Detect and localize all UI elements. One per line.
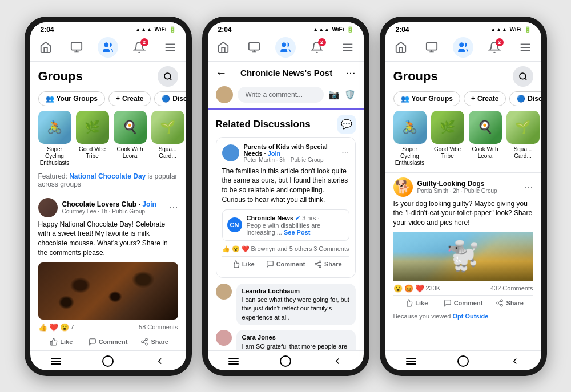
back-chevron-mid[interactable] — [332, 356, 343, 366]
post-more-left[interactable]: ··· — [169, 201, 178, 213]
search-button-left[interactable] — [158, 66, 178, 87]
camera-icon-top[interactable]: 📷 — [328, 89, 340, 100]
reaction-heart: ❤️ — [49, 323, 58, 332]
nav-notifications[interactable]: 2 — [129, 37, 150, 58]
comment-author-2: Cara Jones — [242, 333, 350, 342]
group-photo-cook-left — [114, 111, 147, 144]
post-more-mid[interactable]: ··· — [346, 66, 356, 79]
pill-create-right[interactable]: + Create — [464, 91, 506, 106]
opt-outside-link[interactable]: Opt Outside — [452, 313, 488, 320]
nav-news-right[interactable] — [421, 37, 442, 58]
like-btn-mid[interactable]: Like — [222, 258, 264, 270]
groups-header-right: Groups — [385, 62, 541, 89]
share-btn-left[interactable]: Share — [131, 336, 178, 348]
reactions-left-mid: 👍 😮 ❤️ Brownyn and 5 others — [222, 245, 312, 253]
back-button-mid[interactable]: ← — [216, 66, 227, 79]
group-item-vibe-right[interactable]: Good Vibe Tribe — [431, 111, 464, 167]
comment-btn-left[interactable]: Comment — [85, 336, 131, 348]
shield-icon-top[interactable]: 🛡️ — [344, 89, 356, 100]
svg-line-24 — [317, 265, 319, 266]
pill-your-groups-right[interactable]: 👥 Your Groups — [393, 91, 460, 106]
share-btn-mid[interactable]: Share — [307, 258, 349, 270]
pill-discover-right[interactable]: 🔵 Discover — [509, 91, 541, 106]
home-button-circle[interactable] — [102, 355, 114, 367]
disc-more[interactable]: ··· — [341, 148, 349, 158]
page-title-left: Groups — [38, 69, 83, 84]
filter-pills-right: 👥 Your Groups + Create 🔵 Discover — [385, 89, 541, 111]
svg-line-38 — [498, 304, 501, 305]
pill-discover-left[interactable]: 🔵 Discover — [154, 91, 186, 106]
nav-menu[interactable] — [160, 37, 180, 58]
signal-icon: ▲▲▲ — [135, 26, 152, 33]
nav-menu-mid[interactable] — [337, 37, 358, 58]
group-name-cook-right: Cook With Leora — [469, 146, 502, 160]
nav-home-right[interactable] — [391, 37, 411, 58]
battery-icon-mid: 🔋 — [347, 26, 353, 33]
post-avatar-choc — [38, 198, 58, 217]
post-meta: Chocolate Lovers Club · Join Courtney Le… — [58, 200, 170, 215]
guilty-post-header: Guilty-Looking Dogs Portia Smith · 2h · … — [393, 177, 533, 197]
svg-point-29 — [460, 42, 464, 46]
svg-point-3 — [104, 42, 108, 46]
dog-post-image: 🐩 — [393, 232, 533, 281]
group-item-garden-right[interactable]: Squa... Gard... — [506, 111, 540, 167]
join-link[interactable]: Join — [142, 200, 156, 208]
svg-point-36 — [497, 302, 499, 304]
like-btn-left[interactable]: Like — [38, 336, 85, 348]
groups-header-left: Groups — [30, 62, 186, 89]
svg-line-12 — [143, 342, 146, 343]
home-button-circle-right[interactable] — [457, 355, 469, 367]
group-item-garden-left[interactable]: Squa... Gard... — [151, 111, 184, 167]
group-item-cook-right[interactable]: Cook With Leora — [469, 111, 502, 167]
group-item-cook-left[interactable]: Cook With Leora — [114, 111, 147, 167]
pill-create-left[interactable]: + Create — [108, 91, 151, 106]
share-btn-right[interactable]: Share — [486, 297, 533, 309]
svg-line-8 — [170, 78, 171, 80]
group-photo-cycling-left — [38, 111, 71, 144]
like-btn-right[interactable]: Like — [393, 297, 440, 309]
guilty-post-more[interactable]: ··· — [524, 181, 533, 193]
post-group-name: Chocolate Lovers Club · Join — [62, 200, 170, 208]
nav-news-mid[interactable] — [244, 37, 264, 58]
nav-notif-mid[interactable]: 2 — [307, 37, 327, 58]
search-button-right[interactable] — [513, 66, 533, 87]
post-page-header: ← Chronicle News's Post ··· — [208, 62, 364, 82]
status-icons-mid: ▲▲▲ WiFi 🔋 — [313, 26, 353, 33]
comment-input-bar-top: Write a comment... 📷 🛡️ — [208, 82, 364, 110]
nav-home-mid[interactable] — [213, 37, 234, 58]
group-item-vibe-left[interactable]: Good Vibe Tribe — [76, 111, 109, 167]
nav-notif-right[interactable]: 2 — [484, 37, 505, 58]
svg-line-25 — [317, 262, 319, 263]
back-chevron-right[interactable] — [510, 356, 520, 366]
back-chevron[interactable] — [155, 356, 165, 366]
comment-btn-right[interactable]: Comment — [440, 297, 486, 309]
status-bar-right: 2:04 ▲▲▲ WiFi 🔋 — [385, 22, 541, 35]
status-icons-left: ▲▲▲ WiFi 🔋 — [135, 26, 176, 33]
gesture-lines — [51, 358, 61, 365]
featured-link[interactable]: National Chocolate Day — [69, 172, 146, 180]
comment-input-field-top[interactable]: Write a comment... — [238, 87, 324, 103]
phone-middle: 2:04 ▲▲▲ WiFi 🔋 2 — [202, 17, 369, 376]
discover-icon-right: 🔵 — [517, 95, 525, 103]
nav-groups-right[interactable] — [453, 37, 473, 58]
nav-menu-right[interactable] — [515, 37, 536, 58]
comment-btn-mid[interactable]: Comment — [264, 258, 307, 270]
see-post-link[interactable]: See Post — [284, 229, 310, 236]
nav-groups-mid[interactable] — [275, 37, 296, 58]
nav-news[interactable] — [66, 37, 87, 58]
home-button-circle-mid[interactable] — [280, 355, 291, 367]
group-item-cycling-right[interactable]: Super Cycling Enthusiasts — [393, 111, 427, 167]
reaction-like: 👍 — [38, 323, 47, 332]
nav-home[interactable] — [35, 37, 56, 58]
nav-groups-active[interactable] — [98, 37, 118, 58]
notif-badge-right: 2 — [496, 38, 504, 46]
pill-your-groups-left[interactable]: 👥 Your Groups — [38, 91, 105, 106]
disc-meta: Parents of Kids with Special Needs · Joi… — [239, 143, 342, 163]
post-page-title: Chronicle News's Post — [240, 68, 332, 78]
group-item-cycling-left[interactable]: Super Cycling Enthusiasts — [38, 111, 71, 167]
disc-join-link[interactable]: Join — [268, 150, 281, 157]
comment-author-1: Leandra Lochbaum — [242, 287, 350, 296]
guilty-post-text: Is your dog looking guilty? Maybe giving… — [393, 199, 533, 228]
group-name-vibe-left: Good Vibe Tribe — [76, 146, 109, 160]
group-photo-cycling-right — [393, 111, 427, 144]
